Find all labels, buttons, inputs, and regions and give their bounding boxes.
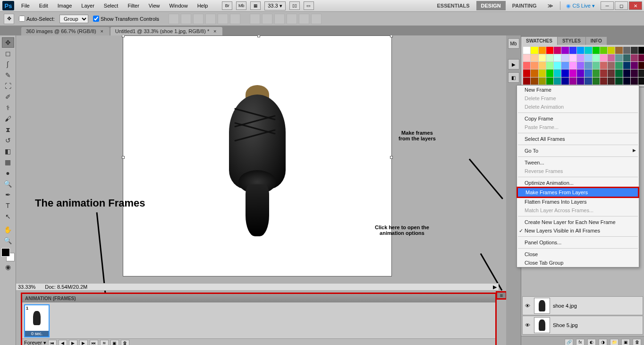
swatch[interactable]: [631, 78, 638, 85]
swatch[interactable]: [577, 54, 584, 61]
ctx-optimize[interactable]: Optimize Animation...: [517, 179, 639, 187]
move-tool[interactable]: ✥: [2, 37, 14, 48]
animation-frame-1[interactable]: 1 0 sec.: [24, 304, 50, 337]
swatch[interactable]: [593, 54, 600, 61]
swatch[interactable]: [569, 78, 576, 85]
layer-row[interactable]: 👁 Shoe 5.jpg: [522, 316, 643, 335]
layer-thumbnail[interactable]: [534, 317, 550, 333]
visibility-icon[interactable]: 👁: [524, 322, 531, 328]
ctx-panel-options[interactable]: Panel Options...: [517, 238, 639, 247]
swatch[interactable]: [638, 78, 644, 85]
loop-select[interactable]: Forever ▾: [24, 340, 46, 345]
arrange2-icon[interactable]: ▭: [304, 1, 314, 10]
swatch[interactable]: [615, 69, 622, 77]
distribute-middle-icon[interactable]: [299, 14, 309, 24]
swatch[interactable]: [554, 78, 561, 85]
last-frame-button[interactable]: ⏭: [90, 340, 98, 345]
swatch[interactable]: [593, 47, 600, 54]
ctx-tween[interactable]: Tween...: [517, 158, 639, 167]
menu-select[interactable]: Select: [99, 1, 123, 10]
doc-tab-360images[interactable]: 360 images @ 66.7% (RGB/8) ×: [21, 27, 110, 35]
layer-row[interactable]: 👁 shoe 4.jpg: [522, 296, 643, 315]
new-frame-button[interactable]: ▣: [110, 340, 119, 345]
swatch[interactable]: [623, 62, 630, 69]
menu-file[interactable]: File: [17, 1, 34, 10]
swatch[interactable]: [561, 69, 568, 77]
marquee-tool[interactable]: ◻: [2, 48, 14, 59]
healing-tool[interactable]: ⚕: [2, 103, 14, 113]
blur-tool[interactable]: ●: [2, 168, 14, 178]
layer-name[interactable]: shoe 4.jpg: [553, 303, 577, 309]
screen-mode-icon[interactable]: ▦: [250, 1, 261, 10]
swatch[interactable]: [569, 54, 576, 61]
next-frame-button[interactable]: ▶: [79, 340, 88, 345]
align-center-icon[interactable]: [181, 14, 191, 24]
align-right-icon[interactable]: [193, 14, 203, 24]
swatch[interactable]: [523, 62, 530, 69]
swatch[interactable]: [608, 47, 615, 54]
stamp-tool[interactable]: ⧗: [2, 124, 14, 135]
swatch[interactable]: [608, 78, 615, 85]
swatch[interactable]: [631, 69, 638, 77]
swatch[interactable]: [577, 69, 584, 77]
swatch[interactable]: [561, 54, 568, 61]
close-icon[interactable]: ×: [99, 28, 105, 34]
ctx-create-new-layer[interactable]: Create New Layer for Each New Frame: [517, 218, 639, 226]
ctx-close[interactable]: Close: [517, 250, 639, 259]
gradient-tool[interactable]: ▦: [2, 157, 14, 167]
navigator-panel-icon[interactable]: ◧: [508, 72, 519, 83]
window-maximize-button[interactable]: ◻: [615, 1, 628, 10]
swatch[interactable]: [531, 54, 538, 61]
swatch[interactable]: [523, 78, 530, 85]
ctx-close-group[interactable]: Close Tab Group: [517, 259, 639, 267]
layer-thumbnail[interactable]: [534, 298, 550, 314]
swatch[interactable]: [638, 47, 644, 54]
canvas-stage[interactable]: [16, 35, 499, 284]
ctx-make-frames-from-layers[interactable]: Make Frames From Layers: [518, 188, 638, 197]
swatch[interactable]: [569, 62, 576, 69]
ctx-select-all[interactable]: Select All Frames: [517, 135, 639, 143]
ctx-flatten[interactable]: Flatten Frames Into Layers: [517, 198, 639, 206]
swatches-grid[interactable]: [521, 45, 644, 86]
swatch[interactable]: [615, 54, 622, 61]
swatch[interactable]: [554, 69, 561, 77]
tween-button[interactable]: ≋: [100, 340, 109, 345]
cslive-button[interactable]: ◉CS Live ▾: [562, 1, 599, 11]
doc-tab-untitled1[interactable]: Untitled1 @ 33.3% (shoe 1.jpg, RGB/8) * …: [110, 27, 223, 35]
visibility-icon[interactable]: 👁: [524, 303, 531, 309]
swatch[interactable]: [569, 47, 576, 54]
swatch[interactable]: [600, 54, 607, 61]
workspace-painting[interactable]: PAINTING: [508, 1, 542, 10]
ctx-copy-frame[interactable]: Copy Frame: [517, 114, 639, 123]
status-zoom[interactable]: 33.33%: [18, 284, 35, 290]
swatch[interactable]: [593, 78, 600, 85]
swatch[interactable]: [615, 78, 622, 85]
align-bottom-icon[interactable]: [230, 14, 240, 24]
swatch[interactable]: [608, 69, 615, 77]
animation-panel-menu-button[interactable]: ≡: [496, 291, 506, 300]
delete-frame-button[interactable]: 🗑: [121, 340, 129, 345]
swatch[interactable]: [608, 54, 615, 61]
swatch[interactable]: [593, 69, 600, 77]
type-tool[interactable]: T: [2, 200, 14, 211]
swatch[interactable]: [531, 69, 538, 77]
workspace-essentials[interactable]: ESSENTIALS: [432, 1, 474, 10]
pen-tool[interactable]: ✒: [2, 190, 14, 200]
ctx-new-visible[interactable]: New Layers Visible in All Frames: [517, 226, 639, 235]
swatch[interactable]: [638, 69, 644, 77]
bridge-icon[interactable]: Br: [222, 1, 232, 10]
layer-fx-icon[interactable]: fx: [576, 339, 585, 345]
crop-tool[interactable]: ⛶: [2, 81, 14, 91]
path-select-tool[interactable]: ↖: [2, 211, 14, 222]
swatch[interactable]: [638, 62, 644, 69]
swatch[interactable]: [539, 47, 546, 54]
ctx-go-to[interactable]: Go To: [517, 147, 639, 155]
swatch[interactable]: [631, 54, 638, 61]
menu-help[interactable]: Help: [193, 1, 213, 10]
arrange-icon[interactable]: ▯▯: [289, 1, 300, 10]
auto-select-type[interactable]: Group: [59, 15, 88, 23]
swatch[interactable]: [546, 78, 553, 85]
adjustment-layer-icon[interactable]: ◑: [599, 339, 607, 345]
lasso-tool[interactable]: ʃ: [2, 59, 14, 69]
document-canvas[interactable]: [123, 35, 392, 276]
